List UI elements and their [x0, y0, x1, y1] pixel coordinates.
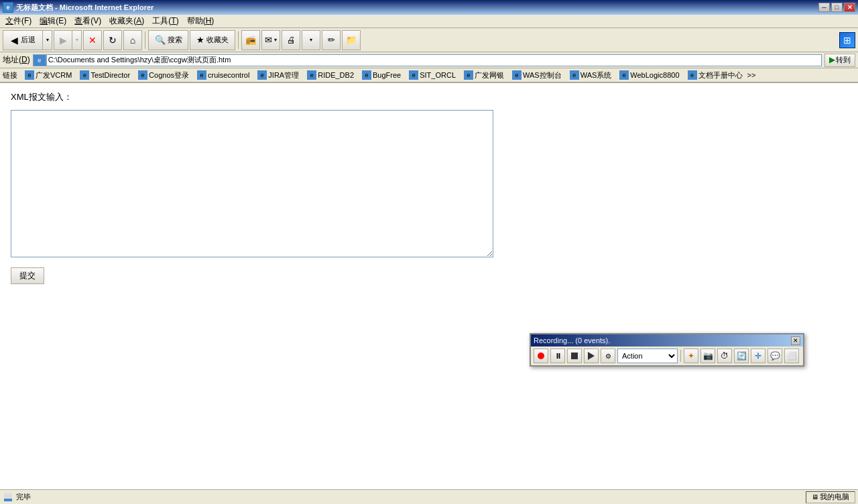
title-bar: e 无标题文档 - Microsoft Internet Explorer ─ …	[0, 0, 858, 15]
stop-button[interactable]	[567, 349, 582, 363]
link-weblogic[interactable]: e WebLogic8800	[616, 70, 682, 80]
address-icon: e	[33, 54, 46, 66]
action-dropdown[interactable]: Action Insert	[617, 349, 678, 363]
links-more[interactable]: >>	[747, 71, 756, 79]
link-icon-cognos: e	[138, 70, 147, 80]
back-label: 后退	[21, 35, 36, 45]
rec-icon-btn-5[interactable]: ✛	[751, 349, 765, 363]
target-icon: ✛	[755, 351, 761, 361]
content-area: XML报文输入： 提交	[0, 83, 858, 489]
link-icon-weblogic: e	[619, 70, 629, 80]
forward-dropdown[interactable]: ▾	[72, 30, 82, 50]
link-icon-testdirector: e	[80, 70, 89, 80]
maximize-button[interactable]: □	[831, 3, 843, 12]
go-button[interactable]: ▶ 转到	[824, 54, 855, 67]
link-testdirector[interactable]: e TestDirector	[76, 70, 133, 80]
folder-button[interactable]: 📁	[342, 30, 361, 50]
back-button[interactable]: ◀ 后退	[3, 30, 43, 50]
menu-tools[interactable]: 工具(T)	[148, 14, 182, 28]
pause-icon: ⏸	[554, 352, 562, 360]
print-dropdown[interactable]: ▾	[302, 30, 320, 50]
mail-button[interactable]: ✉▾	[261, 30, 280, 50]
search-button[interactable]: 🔍 搜索	[148, 30, 188, 50]
link-sitorl[interactable]: e SIT_ORCL	[406, 70, 459, 80]
status-panel-zone: 🖥 我的电脑	[806, 491, 855, 503]
minimize-button[interactable]: ─	[818, 3, 830, 12]
rec-icon-btn-4[interactable]: 🔄	[734, 349, 749, 363]
page-title: XML报文输入：	[11, 91, 847, 103]
back-button-group: ◀ 后退 ▾	[3, 30, 52, 50]
sparkle-icon: ✦	[688, 351, 694, 361]
svg-rect-2	[4, 493, 12, 499]
link-cruisecontrol[interactable]: e cruisecontrol	[194, 70, 253, 80]
stop-button[interactable]: ✕	[83, 30, 102, 50]
edit-button[interactable]: ✏	[322, 30, 341, 50]
textarea-wrapper	[11, 110, 847, 259]
link-netbank[interactable]: e 广发网银	[461, 70, 507, 81]
recording-toolbar: Recording... (0 events). ✕ ⏸ ⚙ Action In…	[530, 333, 804, 367]
link-icon-vcrm: e	[25, 70, 34, 80]
menu-view[interactable]: 查看(V)	[70, 14, 105, 28]
rec-icon-btn-3[interactable]: ⏱	[717, 349, 732, 363]
toolbar: ◀ 后退 ▾ ▶ ▾ ✕ ↻ ⌂ 🔍 搜索	[0, 28, 858, 52]
link-ride[interactable]: e RIDE_DB2	[304, 70, 357, 80]
link-vcrm[interactable]: e 广发VCRM	[21, 70, 75, 81]
status-text: 完毕	[13, 492, 806, 502]
expand-icon: ⬜	[787, 351, 797, 361]
favorites-label: 收藏夹	[206, 35, 229, 45]
pause-button[interactable]: ⏸	[550, 349, 565, 363]
search-label: 搜索	[168, 35, 182, 45]
menu-help[interactable]: 帮助(H)	[183, 14, 219, 28]
favorites-button[interactable]: ★ 收藏夹	[190, 30, 235, 50]
media-button[interactable]: 📻	[241, 30, 260, 50]
back-dropdown[interactable]: ▾	[43, 30, 52, 50]
xml-input[interactable]	[11, 110, 493, 257]
go-label: 转到	[836, 55, 851, 65]
link-bugfree[interactable]: e BugFree	[359, 70, 404, 80]
play-icon	[588, 352, 595, 360]
rec-separator1	[680, 350, 681, 362]
rec-icon-btn-2[interactable]: 📷	[700, 349, 715, 363]
recording-title-bar: Recording... (0 events). ✕	[531, 334, 803, 346]
link-was-console[interactable]: e WAS控制台	[509, 70, 565, 81]
play-button[interactable]	[584, 349, 599, 363]
link-icon-docs: e	[688, 70, 697, 80]
window-controls: ─ □ ✕	[818, 3, 855, 12]
recording-close-button[interactable]: ✕	[791, 336, 800, 345]
separator2	[238, 32, 239, 49]
close-button[interactable]: ✕	[844, 3, 855, 12]
print-button[interactable]: 🖨	[282, 30, 300, 50]
forward-button[interactable]: ▶	[54, 30, 72, 50]
link-cognos[interactable]: e Cognos登录	[135, 70, 192, 81]
settings-button[interactable]: ⚙	[601, 349, 615, 363]
menu-edit[interactable]: 编辑(E)	[36, 14, 70, 28]
menu-file[interactable]: 文件(F)	[1, 14, 36, 28]
link-icon-netbank: e	[464, 70, 473, 80]
submit-button[interactable]: 提交	[11, 267, 44, 284]
link-icon-cruisecontrol: e	[197, 70, 206, 80]
recording-controls: ⏸ ⚙ Action Insert ✦ 📷 ⏱ 🔄	[531, 346, 803, 365]
home-button[interactable]: ⌂	[123, 30, 142, 50]
status-right: 🖥 我的电脑	[806, 491, 855, 503]
address-bar: 地址(D) e ▶ 转到	[0, 52, 858, 68]
windows-logo: ⊞	[839, 32, 855, 48]
link-jira[interactable]: e JIRA管理	[254, 70, 302, 81]
recording-title: Recording... (0 events).	[534, 336, 610, 344]
refresh-button[interactable]: ↻	[103, 30, 122, 50]
links-label: 链接	[3, 70, 17, 80]
rec-icon-btn-1[interactable]: ✦	[684, 349, 698, 363]
link-icon-ride: e	[307, 70, 316, 80]
rec-icon-btn-6[interactable]: 💬	[768, 349, 782, 363]
menu-favorites[interactable]: 收藏夹(A)	[105, 14, 148, 28]
link-was[interactable]: e WAS系统	[566, 70, 615, 81]
window-title: 无标题文档 - Microsoft Internet Explorer	[16, 3, 154, 13]
address-input[interactable]	[46, 54, 822, 66]
record-button[interactable]	[534, 349, 548, 363]
link-docs[interactable]: e 文档手册中心	[684, 70, 746, 81]
browser-window: e 无标题文档 - Microsoft Internet Explorer ─ …	[0, 0, 858, 504]
links-bar: 链接 e 广发VCRM e TestDirector e Cognos登录 e …	[0, 68, 858, 83]
separator1	[145, 32, 145, 49]
status-bar: 完毕 🖥 我的电脑	[0, 489, 858, 504]
rec-icon-btn-7[interactable]: ⬜	[784, 349, 799, 363]
link-icon-jira: e	[257, 70, 267, 80]
